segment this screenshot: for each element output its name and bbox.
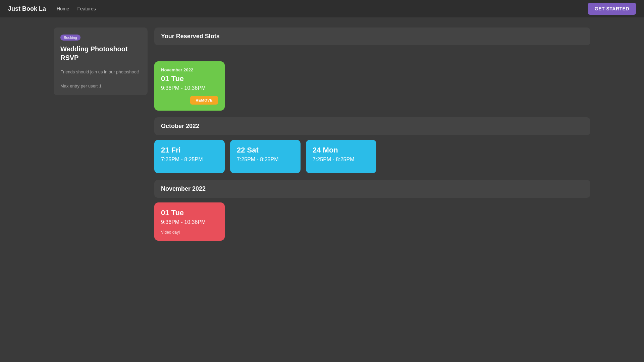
booking-description: Friends should join us in our photoshoot… xyxy=(60,69,141,75)
main-content: Booking Wedding Photoshoot RSVP Friends … xyxy=(0,17,644,251)
slot-day: 21 Fri xyxy=(161,146,218,155)
slot-card-oct-24[interactable]: 24 Mon 7:25PM - 8:25PM xyxy=(306,140,376,173)
reserved-slots-grid: November 2022 01 Tue 9:36PM - 10:36PM RE… xyxy=(154,57,590,111)
get-started-button[interactable]: GET STARTED xyxy=(588,3,636,15)
nav-links: Home Features xyxy=(57,6,588,11)
slot-day: 24 Mon xyxy=(313,146,370,155)
reserved-slots-container: November 2022 01 Tue 9:36PM - 10:36PM RE… xyxy=(154,52,590,111)
navbar: Just Book La Home Features GET STARTED xyxy=(0,0,644,17)
slot-card-oct-21[interactable]: 21 Fri 7:25PM - 8:25PM xyxy=(154,140,225,173)
slot-time: 7:25PM - 8:25PM xyxy=(161,157,218,163)
reserved-slot-card[interactable]: November 2022 01 Tue 9:36PM - 10:36PM RE… xyxy=(154,61,225,111)
reserved-slot-month: November 2022 xyxy=(161,67,218,72)
slot-time: 7:25PM - 8:25PM xyxy=(237,157,294,163)
reserved-slot-day: 01 Tue xyxy=(161,74,218,83)
slot-card-oct-22[interactable]: 22 Sat 7:25PM - 8:25PM xyxy=(230,140,301,173)
booking-max-entry: Max entry per user: 1 xyxy=(60,83,141,88)
booking-badge: Booking xyxy=(60,35,80,41)
reserved-slot-time: 9:36PM - 10:36PM xyxy=(161,85,218,91)
reserved-slots-header: Your Reserved Slots xyxy=(154,27,590,45)
october-header: October 2022 xyxy=(154,117,590,135)
slot-time: 9:36PM - 10:36PM xyxy=(161,219,218,225)
october-title: October 2022 xyxy=(161,123,199,129)
slot-day: 22 Sat xyxy=(237,146,294,155)
booking-info-panel: Booking Wedding Photoshoot RSVP Friends … xyxy=(54,27,148,95)
brand-logo: Just Book La xyxy=(8,5,46,12)
nav-link-features[interactable]: Features xyxy=(77,6,96,11)
slot-day: 01 Tue xyxy=(161,208,218,217)
november-title: November 2022 xyxy=(161,185,206,192)
slot-note: Video day! xyxy=(161,230,218,235)
remove-slot-button[interactable]: REMOVE xyxy=(190,96,218,105)
reserved-slots-title: Your Reserved Slots xyxy=(161,33,220,40)
slot-time: 7:25PM - 8:25PM xyxy=(313,157,370,163)
november-header: November 2022 xyxy=(154,180,590,198)
october-section: October 2022 21 Fri 7:25PM - 8:25PM 22 S… xyxy=(154,117,590,173)
november-section: November 2022 01 Tue 9:36PM - 10:36PM Vi… xyxy=(154,180,590,241)
slot-card-nov-01[interactable]: 01 Tue 9:36PM - 10:36PM Video day! xyxy=(154,202,225,241)
november-slots-grid: 01 Tue 9:36PM - 10:36PM Video day! xyxy=(154,198,590,241)
booking-title: Wedding Photoshoot RSVP xyxy=(60,45,141,62)
nav-link-home[interactable]: Home xyxy=(57,6,69,11)
october-slots-grid: 21 Fri 7:25PM - 8:25PM 22 Sat 7:25PM - 8… xyxy=(154,135,590,173)
right-panel: Your Reserved Slots November 2022 01 Tue… xyxy=(154,27,590,241)
